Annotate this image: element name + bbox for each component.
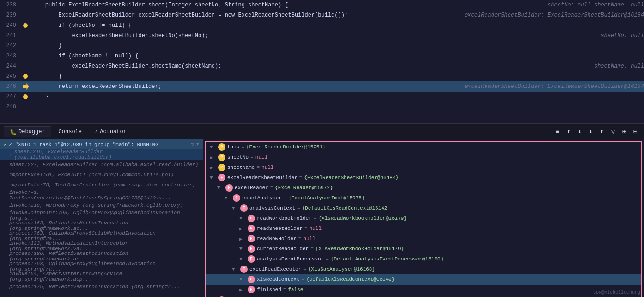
stack-frame-5[interactable]: invoke:218, MethodProxy (org.springframe… [0,200,203,210]
var-expand-11[interactable]: ▼ [239,256,246,262]
var-equals-14: = [283,287,286,292]
var-type-icon-10: F [248,245,255,253]
thread-panel: ✓ ✓ "XNIO-1 task-1"@12,989 in group "mai… [0,139,203,297]
var-expand-13[interactable]: ▼ [239,277,246,282]
var-expand-4[interactable]: ▼ [217,185,224,191]
filter-icon[interactable]: ▽ [191,142,194,148]
var-item-13[interactable]: ▼F xlsReadContext = {DefaultXlsReadConte… [206,274,641,285]
variables-inner: ▼P this = {ExcelReaderBuilder@15951}▶P s… [205,141,642,297]
var-item-5[interactable]: ▼F excelAnalyser = {ExcelAnalyserImpl@15… [206,193,641,203]
stack-frame-10[interactable]: proceed:186, ReflectiveMethodInvocation … [0,251,203,261]
var-item-1[interactable]: ▶P sheetNo = null [206,152,641,162]
toolbar-up-btn[interactable]: ⬆ [564,127,574,137]
var-item-10[interactable]: ▼F currentReadHolder = {XlsReadWorkbookH… [206,244,641,254]
thread-label: ✓ "XNIO-1 task-1"@12,989 in group "main"… [9,142,158,148]
var-value-5: {ExcelAnalyserImpl@15975} [288,195,365,201]
var-item-3[interactable]: ▼F excelReaderSheetBuilder = {ExcelReade… [206,173,641,183]
code-line-248: 248 [0,102,644,112]
stack-frame-7[interactable]: proceed:163, ReflectiveMethodInvocation … [0,221,203,231]
toolbar-expand-btn[interactable]: ⊞ [619,127,629,137]
var-item-7[interactable]: ▼F readWorkbookHolder = {XlsReadWorkbook… [206,213,641,223]
var-item-6[interactable]: ▼F analysisContext = {DefaultXlsReadCont… [206,203,641,213]
toolbar-filter-btn[interactable]: ▽ [608,127,618,137]
chevron-icon[interactable]: ▼ [196,142,199,147]
stack-frame-0[interactable]: ↩ sheet:246, ExcelReaderBuilder (com.ali… [0,149,203,160]
var-name-6: analysisContext [249,205,295,211]
var-item-15[interactable]: ▼F readSheet = {ReadSheet@16185} "ReadSh… [206,295,641,297]
var-expand-10[interactable]: ▼ [239,246,246,252]
var-expand-0[interactable]: ▼ [210,144,216,150]
var-type-icon-11: F [248,255,255,263]
stack-frame-6[interactable]: invokeJoinpoint:793, CglibAopProxy$Cglib… [0,210,203,221]
var-type-icon-3: F [218,174,225,181]
var-item-9[interactable]: ▶F readRowHolder = null [206,234,641,244]
breakpoint-dot [23,74,28,79]
toolbar-menu-btn[interactable]: ≡ [553,127,563,137]
code-line-244: 244 excelReaderSheetBuilder.sheetName(sh… [0,61,644,71]
var-name-12: excelReadExecutor [249,266,301,272]
breakpoint-dot [23,94,28,99]
var-type-icon-7: F [248,215,255,222]
var-expand-2[interactable]: ▶ [210,165,216,171]
var-value-0: {ExcelReaderBuilder@15951} [246,144,326,150]
variables-panel: ▼P this = {ExcelReaderBuilder@15951}▶P s… [203,139,644,297]
stack-frame-1[interactable]: sheet:227, ExcelReaderBuilder (com.aliba… [0,160,203,170]
stack-frame-2[interactable]: importExcel:61, ExcelUtil (com.ruoyi.com… [0,170,203,180]
toolbar-up2-btn[interactable]: ⬆ [597,127,607,137]
line-number-247: 247 [0,93,21,100]
actuator-tab-label: Actuator [100,129,127,135]
toolbar-grid-btn[interactable]: ⊟ [630,127,640,137]
breakpoint-area-240[interactable] [21,23,30,28]
var-item-0[interactable]: ▼P this = {ExcelReaderBuilder@15951} [206,142,641,152]
frame-location-4: invoke:-1, TestDemoController$$FastClass… [9,190,199,201]
var-name-7: readWorkbookHolder [257,216,312,221]
var-item-4[interactable]: ▼F excelReader = {ExcelReader@15972} [206,183,641,193]
stack-frame-13[interactable]: proceed:175, ReflectiveMethodInvocation … [0,282,203,292]
var-expand-9[interactable]: ▶ [239,236,246,242]
stack-frame-9[interactable]: invoke:123, MethodValidationInterceptor … [0,241,203,251]
var-expand-14[interactable]: ▶ [239,287,246,293]
var-expand-7[interactable]: ▼ [239,216,246,221]
debug-value-241: sheetNo: null [601,32,644,39]
code-line-245: 245 } [0,71,644,81]
actuator-icon: ⚡ [95,128,98,135]
stack-frame-11[interactable]: proceed:763, CglibAopProxy$CglibMethodIn… [0,261,203,272]
stack-frame-12[interactable]: invoke:64, AspectJAfterThrowingAdvice (o… [0,272,203,282]
breakpoint-area-247[interactable] [21,94,30,99]
stack-frame-8[interactable]: proceed:763, CglibAopProxy$CglibMethodIn… [0,231,203,241]
stack-frame-4[interactable]: invoke:-1, TestDemoController$$FastClass… [0,190,203,200]
var-expand-3[interactable]: ▼ [210,175,216,180]
var-expand-8[interactable]: ▶ [239,226,246,232]
tab-console[interactable]: Console [53,127,87,137]
toolbar-down-btn[interactable]: ⬇ [575,127,585,137]
editor-area: 238 public ExcelReaderSheetBuilder sheet… [0,0,644,123]
var-type-icon-13: F [248,276,255,283]
var-expand-5[interactable]: ▼ [225,195,231,201]
line-content-243: if (sheetName != null) { [30,53,644,59]
var-name-2: sheetName [227,165,255,170]
thread-running[interactable]: ✓ ✓ "XNIO-1 task-1"@12,989 in group "mai… [0,139,203,149]
var-value-12: {XlsSaxAnalyser@16168} [308,266,375,272]
tab-debugger[interactable]: 🐛 Debugger [4,126,51,137]
line-content-244: excelReaderSheetBuilder.sheetName(sheetN… [30,63,585,69]
breakpoint-area-245[interactable] [21,74,30,79]
breakpoint-area-246[interactable] [21,83,30,90]
var-expand-12[interactable]: ▼ [232,266,238,272]
line-number-246: 246 [0,83,21,90]
var-expand-1[interactable]: ▶ [210,155,216,161]
var-type-icon-4: F [225,184,233,192]
var-expand-6[interactable]: ▼ [232,205,238,211]
var-name-4: excelReader [235,185,268,191]
var-item-12[interactable]: ▼F excelReadExecutor = {XlsSaxAnalyser@1… [206,264,641,274]
var-item-2[interactable]: ▶P sheetName = null [206,162,641,173]
line-content-239: ExcelReaderSheetBuilder excelReaderSheet… [30,12,455,19]
var-item-14[interactable]: ▶F finished = false [206,285,641,295]
tab-actuator[interactable]: ⚡ Actuator [89,126,132,137]
stack-frame-3[interactable]: importData:78, TestDemoController (com.r… [0,180,203,190]
var-type-icon-14: F [248,286,255,293]
debug-value-239: excelReaderSheetBuilder: ExcelReaderShee… [464,12,644,19]
var-item-11[interactable]: ▼F analysisEventProcessor = {DefaultAnal… [206,254,641,264]
var-value-13: {DefaultXlsReadContext@16142} [306,277,395,282]
toolbar-down2-btn[interactable]: ⬇ [586,127,596,137]
var-item-8[interactable]: ▶F readSheetHolder = null [206,223,641,234]
